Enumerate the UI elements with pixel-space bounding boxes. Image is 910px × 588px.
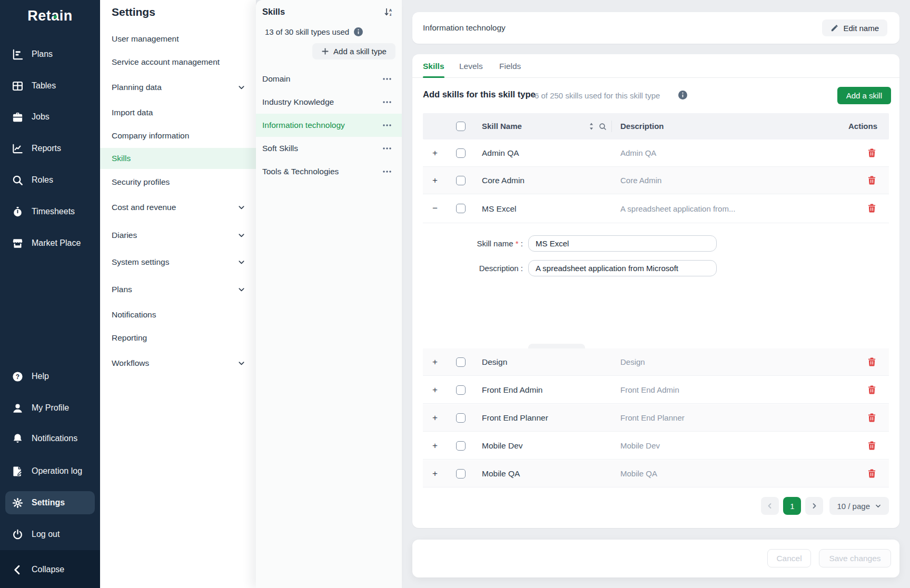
delete-skill-button[interactable] bbox=[868, 148, 876, 157]
expand-row-button[interactable]: + bbox=[429, 147, 441, 159]
settings-item-security-profiles[interactable]: Security profiles bbox=[100, 172, 256, 193]
settings-item-user-management[interactable]: User management bbox=[100, 28, 256, 49]
save-bar: Cancel Save changes bbox=[412, 540, 899, 577]
row-checkbox[interactable] bbox=[456, 413, 466, 423]
settings-item-system-settings[interactable]: System settings bbox=[100, 252, 256, 273]
expand-row-button[interactable]: + bbox=[429, 468, 441, 480]
add-skill-type-button[interactable]: Add a skill type bbox=[312, 43, 395, 59]
sidebar-item-help[interactable]: ? Help bbox=[0, 365, 100, 388]
row-checkbox[interactable] bbox=[456, 357, 466, 367]
delete-skill-button[interactable] bbox=[868, 413, 876, 422]
collapse-button[interactable]: Collapse bbox=[0, 558, 100, 581]
skill-type-domain[interactable]: Domain bbox=[256, 67, 402, 91]
settings-item-import-data[interactable]: Import data bbox=[100, 102, 256, 123]
row-checkbox[interactable] bbox=[456, 204, 466, 213]
column-actions: Actions bbox=[848, 113, 877, 139]
chevron-down-icon bbox=[238, 286, 245, 294]
settings-item-company-information[interactable]: Company information bbox=[100, 125, 256, 146]
skill-name-cell: Design bbox=[482, 348, 507, 376]
row-checkbox[interactable] bbox=[456, 385, 466, 395]
sort-icon[interactable] bbox=[588, 122, 595, 131]
sidebar-item-reports[interactable]: Reports bbox=[0, 137, 100, 160]
sidebar-item-operation-log[interactable]: Operation log bbox=[0, 460, 100, 483]
tab-bar: Skills Levels Fields bbox=[412, 54, 899, 78]
previous-page-button[interactable] bbox=[761, 497, 779, 515]
help-icon: ? bbox=[12, 371, 24, 383]
cancel-button[interactable]: Cancel bbox=[767, 549, 811, 567]
settings-menu-panel: Settings User management Service account… bbox=[100, 0, 256, 588]
skill-type-soft-skills[interactable]: Soft Skills bbox=[256, 137, 402, 160]
reports-icon bbox=[12, 143, 24, 155]
more-options-icon[interactable] bbox=[383, 147, 391, 150]
tab-fields[interactable]: Fields bbox=[499, 54, 521, 78]
skill-type-industry-knowledge[interactable]: Industry Knowledge bbox=[256, 91, 402, 114]
skill-name-input[interactable] bbox=[528, 235, 717, 252]
add-skill-button[interactable]: Add a skill bbox=[837, 87, 891, 104]
more-options-icon[interactable] bbox=[383, 171, 391, 173]
expand-row-button[interactable]: + bbox=[429, 412, 441, 424]
row-checkbox[interactable] bbox=[456, 148, 466, 158]
row-checkbox[interactable] bbox=[456, 441, 466, 451]
sidebar-item-log-out[interactable]: Log out bbox=[0, 523, 100, 546]
power-icon bbox=[12, 529, 24, 541]
settings-item-plans[interactable]: Plans bbox=[100, 279, 256, 300]
row-checkbox[interactable] bbox=[456, 469, 466, 479]
skill-description-cell: Front End Planner bbox=[620, 404, 685, 432]
delete-skill-button[interactable] bbox=[868, 441, 876, 450]
expand-row-button[interactable]: + bbox=[429, 384, 441, 396]
edit-name-button[interactable]: Edit name bbox=[822, 19, 887, 36]
page-size-select[interactable]: 10 / page bbox=[829, 497, 889, 515]
delete-skill-button[interactable] bbox=[868, 204, 876, 213]
sidebar-item-settings[interactable]: Settings bbox=[5, 491, 95, 514]
more-options-icon[interactable] bbox=[383, 101, 391, 103]
skill-type-information-technology[interactable]: Information technology bbox=[256, 114, 402, 137]
table-row-expanded: − MS Excel A spreadsheet application fro… bbox=[423, 194, 889, 223]
table-row: + Front End Admin Front End Admin bbox=[423, 376, 889, 404]
delete-skill-button[interactable] bbox=[868, 176, 876, 185]
expand-row-button[interactable]: + bbox=[429, 175, 441, 186]
settings-item-service-account-management[interactable]: Service account management bbox=[100, 52, 256, 73]
sidebar-item-timesheets[interactable]: Timesheets bbox=[0, 200, 100, 223]
select-all-checkbox[interactable] bbox=[456, 122, 466, 131]
chevron-left-icon bbox=[12, 564, 24, 576]
settings-item-skills[interactable]: Skills bbox=[100, 148, 256, 169]
sidebar-item-roles[interactable]: Roles bbox=[0, 168, 100, 192]
sidebar-item-jobs[interactable]: Jobs bbox=[0, 105, 100, 128]
settings-item-diaries[interactable]: Diaries bbox=[100, 225, 256, 246]
more-options-icon[interactable] bbox=[383, 124, 391, 126]
settings-item-notifications[interactable]: Notifications bbox=[100, 304, 256, 325]
info-icon[interactable] bbox=[354, 27, 363, 36]
save-changes-button[interactable]: Save changes bbox=[819, 549, 891, 567]
next-page-button[interactable] bbox=[805, 497, 823, 515]
expand-row-button[interactable]: + bbox=[429, 356, 441, 368]
chevron-down-icon bbox=[238, 232, 245, 240]
settings-item-reporting[interactable]: Reporting bbox=[100, 327, 256, 348]
row-checkbox[interactable] bbox=[456, 176, 466, 185]
sidebar-item-tables[interactable]: Tables bbox=[0, 74, 100, 97]
sidebar-item-market-place[interactable]: Market Place bbox=[0, 232, 100, 255]
sidebar-item-notifications[interactable]: Notifications bbox=[0, 427, 100, 450]
current-page[interactable]: 1 bbox=[783, 497, 801, 515]
tab-skills[interactable]: Skills bbox=[423, 54, 444, 78]
collapse-row-button[interactable]: − bbox=[429, 203, 441, 214]
delete-skill-button[interactable] bbox=[868, 385, 876, 394]
more-options-icon[interactable] bbox=[383, 78, 391, 80]
tab-levels[interactable]: Levels bbox=[459, 54, 483, 78]
skills-content-card: Skills Levels Fields Add skills for this… bbox=[412, 54, 899, 528]
description-input[interactable] bbox=[528, 260, 717, 276]
settings-item-cost-and-revenue[interactable]: Cost and revenue bbox=[100, 197, 256, 218]
sidebar-item-my-profile[interactable]: My Profile bbox=[0, 396, 100, 420]
settings-item-workflows[interactable]: Workflows bbox=[100, 353, 256, 374]
search-icon[interactable] bbox=[599, 123, 607, 131]
chevron-down-icon bbox=[875, 503, 882, 510]
info-icon[interactable] bbox=[678, 91, 687, 99]
sidebar-item-plans[interactable]: Plans bbox=[0, 43, 100, 66]
delete-skill-button[interactable] bbox=[868, 357, 876, 366]
settings-item-planning-data[interactable]: Planning data bbox=[100, 77, 256, 98]
sort-alpha-icon[interactable]: Az bbox=[384, 7, 393, 17]
skill-type-tools-technologies[interactable]: Tools & Technologies bbox=[256, 160, 402, 183]
storefront-icon bbox=[12, 237, 24, 250]
chevron-down-icon bbox=[238, 258, 245, 266]
delete-skill-button[interactable] bbox=[868, 469, 876, 478]
expand-row-button[interactable]: + bbox=[429, 440, 441, 452]
